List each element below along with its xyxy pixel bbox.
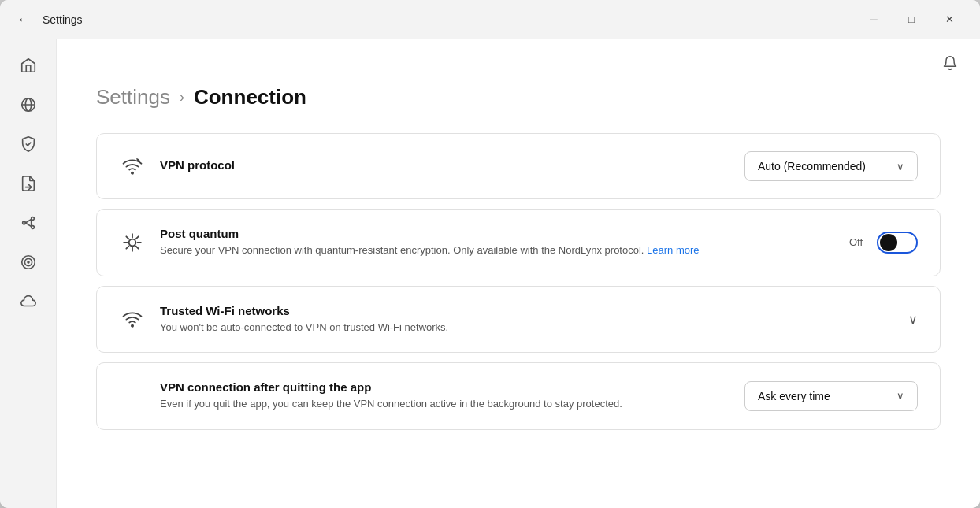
back-button[interactable]: ← xyxy=(13,9,35,31)
close-button[interactable]: ✕ xyxy=(931,7,967,32)
sidebar-item-cloud[interactable] xyxy=(10,284,46,320)
sidebar-item-mesh[interactable] xyxy=(10,205,46,241)
svg-line-23 xyxy=(126,246,128,248)
vpn-quit-title: VPN connection after quitting the app xyxy=(160,380,730,394)
sidebar-item-file-export[interactable] xyxy=(10,165,46,202)
post-quantum-action: Off xyxy=(849,232,918,254)
post-quantum-title: Post quantum xyxy=(160,227,835,240)
breadcrumb-settings: Settings xyxy=(96,85,170,109)
svg-line-22 xyxy=(136,246,139,248)
vpn-protocol-dropdown[interactable]: Auto (Recommended) ∨ xyxy=(744,151,918,181)
breadcrumb-area: Settings › Connection xyxy=(57,77,980,133)
vpn-quit-card: VPN connection after quitting the app Ev… xyxy=(96,362,941,430)
sidebar xyxy=(0,39,57,508)
trusted-wifi-action: ∨ xyxy=(908,312,918,327)
vpn-quit-action: Ask every time ∨ xyxy=(744,381,918,411)
sidebar-item-target[interactable] xyxy=(10,244,46,280)
top-bar xyxy=(57,39,980,77)
vpn-protocol-content: VPN protocol xyxy=(160,158,730,174)
app-window: ← Settings ─ □ ✕ xyxy=(0,0,980,508)
maximize-button[interactable]: □ xyxy=(893,7,930,32)
svg-point-25 xyxy=(132,325,133,327)
svg-point-13 xyxy=(132,172,133,174)
window-title: Settings xyxy=(43,13,83,26)
vpn-quit-desc: Even if you quit the app, you can keep t… xyxy=(160,396,730,412)
vpn-protocol-action: Auto (Recommended) ∨ xyxy=(744,151,918,181)
trusted-wifi-card[interactable]: Trusted Wi-Fi networks You won't be auto… xyxy=(96,286,941,354)
post-quantum-content: Post quantum Secure your VPN connection … xyxy=(160,227,835,258)
breadcrumb-separator: › xyxy=(180,89,184,106)
titlebar: ← Settings ─ □ ✕ xyxy=(0,0,980,39)
svg-line-21 xyxy=(126,236,128,239)
trusted-wifi-icon xyxy=(119,309,146,329)
sidebar-item-home[interactable] xyxy=(10,47,46,83)
toggle-knob xyxy=(880,234,897,251)
vpn-protocol-icon xyxy=(119,156,146,176)
trusted-wifi-title: Trusted Wi-Fi networks xyxy=(160,304,894,317)
svg-point-12 xyxy=(28,261,29,263)
svg-line-24 xyxy=(136,236,139,239)
settings-list: VPN protocol Auto (Recommended) ∨ xyxy=(57,133,980,463)
post-quantum-desc: Secure your VPN connection with quantum-… xyxy=(160,243,835,258)
notification-bell[interactable] xyxy=(936,49,964,77)
main-content: Settings › Connection xyxy=(57,39,980,508)
breadcrumb: Settings › Connection xyxy=(96,85,941,109)
post-quantum-icon xyxy=(119,232,146,253)
vpn-protocol-card: VPN protocol Auto (Recommended) ∨ xyxy=(96,133,941,199)
vpn-quit-dropdown-chevron: ∨ xyxy=(896,390,904,402)
window-controls: ─ □ ✕ xyxy=(856,7,967,32)
post-quantum-toggle-label: Off xyxy=(849,236,863,248)
trusted-wifi-content: Trusted Wi-Fi networks You won't be auto… xyxy=(160,304,894,336)
post-quantum-learn-more[interactable]: Learn more xyxy=(647,244,699,256)
sidebar-item-shield[interactable] xyxy=(10,126,46,162)
svg-line-7 xyxy=(25,219,31,223)
svg-point-16 xyxy=(129,239,136,246)
vpn-protocol-title: VPN protocol xyxy=(160,158,730,172)
vpn-protocol-dropdown-chevron: ∨ xyxy=(896,161,904,172)
svg-point-26 xyxy=(132,328,132,328)
trusted-wifi-desc: You won't be auto-connected to VPN on tr… xyxy=(160,320,894,336)
vpn-quit-content: VPN connection after quitting the app Ev… xyxy=(160,380,730,412)
post-quantum-card: Post quantum Secure your VPN connection … xyxy=(96,209,941,276)
vpn-quit-dropdown[interactable]: Ask every time ∨ xyxy=(744,381,918,411)
app-body: Settings › Connection xyxy=(0,39,980,508)
minimize-button[interactable]: ─ xyxy=(856,7,892,32)
breadcrumb-current: Connection xyxy=(194,85,306,109)
trusted-wifi-expand-chevron[interactable]: ∨ xyxy=(908,312,918,327)
post-quantum-toggle[interactable] xyxy=(877,232,918,254)
sidebar-item-globe[interactable] xyxy=(10,87,46,123)
svg-line-8 xyxy=(25,223,31,227)
